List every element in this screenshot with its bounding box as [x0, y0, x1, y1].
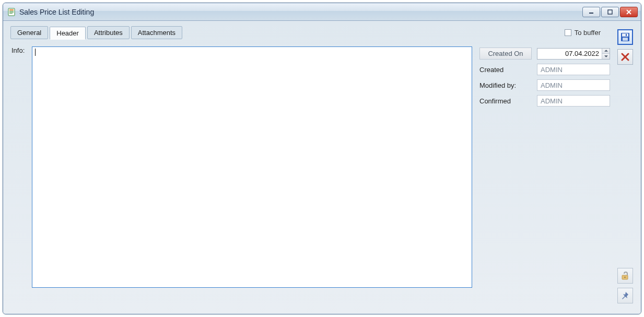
confirmed-value: ADMIN [537, 95, 610, 107]
delete-icon [621, 53, 629, 61]
save-button[interactable] [617, 29, 633, 45]
svg-rect-6 [608, 10, 612, 14]
pin-icon [621, 291, 629, 300]
modified-by-value: ADMIN [537, 79, 610, 91]
to-buffer-checkbox[interactable]: To buffer [565, 29, 601, 37]
pin-button[interactable] [617, 288, 633, 303]
created-on-button[interactable]: Created On [479, 48, 532, 60]
svg-rect-14 [626, 34, 627, 36]
date-spin-up[interactable] [602, 49, 610, 54]
svg-rect-2 [9, 11, 14, 11]
text-caret [35, 49, 36, 56]
minimize-button[interactable] [582, 7, 600, 17]
created-value: ADMIN [537, 64, 610, 75]
tab-attachments[interactable]: Attachments [131, 26, 182, 39]
delete-button[interactable] [617, 49, 633, 65]
sales-price-list-window: Sales Price List Editing General Header … [3, 3, 641, 314]
side-toolbar [613, 26, 637, 303]
body-area: General Header Attributes Attachments To… [3, 21, 641, 314]
svg-rect-13 [623, 38, 628, 41]
svg-marker-9 [604, 50, 608, 52]
checkbox-box[interactable] [565, 29, 571, 36]
save-icon [620, 32, 630, 42]
tab-header[interactable]: Header [50, 27, 86, 40]
window-title: Sales Price List Editing [19, 8, 582, 16]
unlock-button[interactable] [617, 268, 633, 284]
created-label: Created [479, 66, 532, 74]
svg-marker-10 [604, 55, 608, 57]
tab-content: Info: Created On 07.04.2022 [7, 39, 613, 303]
info-label: Info: [11, 46, 25, 303]
main-column: General Header Attributes Attachments To… [7, 26, 613, 303]
svg-rect-1 [9, 9, 14, 10]
svg-rect-3 [9, 12, 14, 13]
unlock-icon [620, 271, 630, 280]
date-spin-down[interactable] [602, 54, 610, 59]
window-controls [582, 7, 638, 17]
to-buffer-label: To buffer [575, 29, 601, 37]
svg-point-18 [624, 277, 626, 278]
confirmed-label: Confirmed [479, 97, 532, 105]
created-on-date[interactable]: 07.04.2022 [537, 48, 610, 60]
info-textarea[interactable] [32, 46, 472, 288]
app-icon [7, 8, 16, 16]
maximize-button[interactable] [601, 7, 619, 17]
created-on-value[interactable]: 07.04.2022 [537, 49, 602, 59]
meta-panel: Created On 07.04.2022 Created ADMIN [479, 46, 610, 303]
modified-by-label: Modified by: [479, 81, 532, 89]
tab-row: General Header Attributes Attachments To… [7, 26, 613, 39]
titlebar: Sales Price List Editing [3, 3, 641, 21]
tab-general[interactable]: General [10, 26, 48, 39]
close-button[interactable] [620, 7, 638, 17]
tab-attributes[interactable]: Attributes [87, 26, 130, 39]
svg-rect-4 [9, 13, 13, 14]
svg-rect-12 [622, 33, 628, 37]
